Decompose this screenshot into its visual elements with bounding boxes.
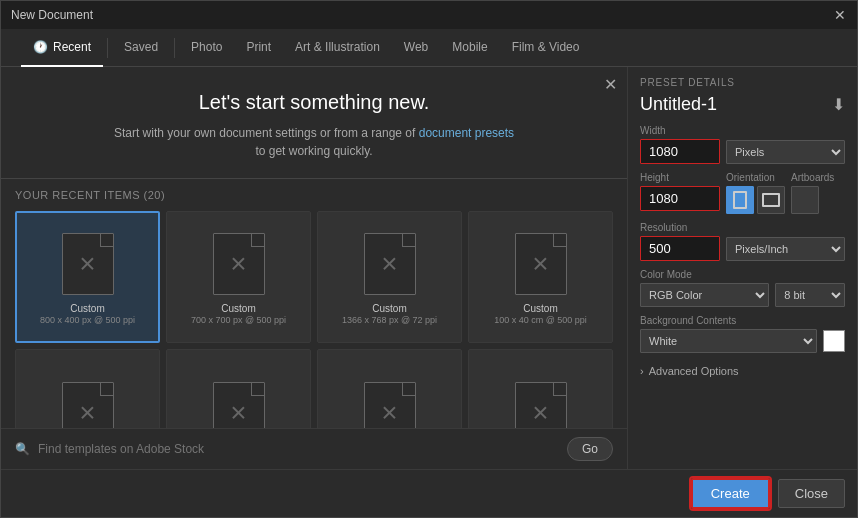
main-content: ✕ Let's start something new. Start with … bbox=[1, 67, 857, 469]
bg-color-swatch[interactable] bbox=[823, 330, 845, 352]
bit-depth-select[interactable]: 8 bit 16 bit 32 bit bbox=[775, 283, 845, 307]
window-close-button[interactable]: ✕ bbox=[833, 8, 847, 22]
recent-item-2[interactable]: Custom 1366 x 768 px @ 72 ppi bbox=[317, 211, 462, 343]
recent-item-1[interactable]: Custom 700 x 700 px @ 500 ppi bbox=[166, 211, 311, 343]
tab-saved[interactable]: Saved bbox=[112, 29, 170, 67]
recent-item-5[interactable] bbox=[166, 349, 311, 428]
bg-contents-row: White Black Transparent bbox=[640, 329, 845, 353]
recent-section: YOUR RECENT ITEMS (20) Custom 800 x 400 … bbox=[1, 179, 627, 428]
doc-icon-7 bbox=[515, 382, 567, 428]
tab-recent-label: Recent bbox=[53, 40, 91, 54]
close-dialog-button[interactable]: Close bbox=[778, 479, 845, 508]
welcome-section: ✕ Let's start something new. Start with … bbox=[1, 67, 627, 179]
doc-icon-1 bbox=[213, 233, 265, 295]
tab-photo[interactable]: Photo bbox=[179, 29, 234, 67]
welcome-subtitle-before: Start with your own document settings or… bbox=[114, 126, 419, 140]
resolution-group: Resolution Pixels/Inch Pixels/cm bbox=[640, 222, 845, 261]
advanced-options-row[interactable]: › Advanced Options bbox=[640, 361, 845, 381]
color-mode-group: Color Mode RGB Color CMYK Color Grayscal… bbox=[640, 269, 845, 307]
recent-item-0[interactable]: Custom 800 x 400 px @ 500 ppi bbox=[15, 211, 160, 343]
orientation-buttons bbox=[726, 186, 785, 214]
search-input[interactable] bbox=[38, 442, 559, 456]
doc-icon-4 bbox=[62, 382, 114, 428]
tab-divider-2 bbox=[174, 38, 175, 58]
recent-item-6[interactable] bbox=[317, 349, 462, 428]
recent-sublabel-3: 100 x 40 cm @ 500 ppi bbox=[494, 315, 587, 325]
recent-item-4[interactable] bbox=[15, 349, 160, 428]
tab-film[interactable]: Film & Video bbox=[500, 29, 592, 67]
doc-icon-2 bbox=[364, 233, 416, 295]
resolution-row: Pixels/Inch Pixels/cm bbox=[640, 236, 845, 261]
width-label: Width bbox=[640, 125, 845, 136]
portrait-icon bbox=[733, 191, 747, 209]
welcome-subtitle: Start with your own document settings or… bbox=[21, 124, 607, 160]
width-group: Width Pixels Inches cm bbox=[640, 125, 845, 164]
doc-icon-6 bbox=[364, 382, 416, 428]
doc-icon-3 bbox=[515, 233, 567, 295]
recent-grid: Custom 800 x 400 px @ 500 ppi Custom 700… bbox=[15, 211, 613, 428]
recent-item-7[interactable] bbox=[468, 349, 613, 428]
recent-label-3: Custom bbox=[523, 303, 557, 314]
right-panel: PRESET DETAILS Untitled-1 ⬇ Width Pixels… bbox=[627, 67, 857, 469]
recent-sublabel-2: 1366 x 768 px @ 72 ppi bbox=[342, 315, 437, 325]
go-button[interactable]: Go bbox=[567, 437, 613, 461]
recent-label-1: Custom bbox=[221, 303, 255, 314]
welcome-subtitle-after: to get working quickly. bbox=[255, 144, 372, 158]
tab-art[interactable]: Art & Illustration bbox=[283, 29, 392, 67]
clock-icon: 🕐 bbox=[33, 40, 48, 54]
resolution-input[interactable] bbox=[640, 236, 720, 261]
artboards-group: Artboards bbox=[791, 172, 834, 214]
tab-mobile[interactable]: Mobile bbox=[440, 29, 499, 67]
unit-select[interactable]: Pixels Inches cm bbox=[726, 140, 845, 164]
document-presets-link[interactable]: document presets bbox=[419, 126, 514, 140]
preset-section-label: PRESET DETAILS bbox=[640, 77, 845, 88]
tab-divider-1 bbox=[107, 38, 108, 58]
tab-film-label: Film & Video bbox=[512, 40, 580, 54]
artboards-checkbox[interactable] bbox=[791, 186, 819, 214]
dialog-title: New Document bbox=[11, 8, 93, 22]
preset-title: Untitled-1 bbox=[640, 94, 717, 115]
artboards-label: Artboards bbox=[791, 172, 834, 183]
landscape-button[interactable] bbox=[757, 186, 785, 214]
welcome-close-button[interactable]: ✕ bbox=[604, 75, 617, 94]
resolution-unit-select[interactable]: Pixels/Inch Pixels/cm bbox=[726, 237, 845, 261]
title-bar: New Document ✕ bbox=[1, 1, 857, 29]
save-preset-icon[interactable]: ⬇ bbox=[832, 95, 845, 114]
welcome-title: Let's start something new. bbox=[21, 91, 607, 114]
left-panel: ✕ Let's start something new. Start with … bbox=[1, 67, 627, 469]
recent-label-2: Custom bbox=[372, 303, 406, 314]
tab-recent[interactable]: 🕐 Recent bbox=[21, 29, 103, 67]
tab-print-label: Print bbox=[246, 40, 271, 54]
tab-print[interactable]: Print bbox=[234, 29, 283, 67]
bg-contents-label: Background Contents bbox=[640, 315, 845, 326]
portrait-button[interactable] bbox=[726, 186, 754, 214]
height-input[interactable] bbox=[640, 186, 720, 211]
create-button[interactable]: Create bbox=[691, 478, 770, 509]
color-mode-select[interactable]: RGB Color CMYK Color Grayscale bbox=[640, 283, 769, 307]
resolution-label: Resolution bbox=[640, 222, 845, 233]
doc-icon-5 bbox=[213, 382, 265, 428]
new-document-dialog: New Document ✕ 🕐 Recent Saved Photo Prin… bbox=[0, 0, 858, 518]
landscape-icon bbox=[762, 193, 780, 207]
tab-web[interactable]: Web bbox=[392, 29, 440, 67]
recent-sublabel-0: 800 x 400 px @ 500 ppi bbox=[40, 315, 135, 325]
tab-mobile-label: Mobile bbox=[452, 40, 487, 54]
bg-contents-select[interactable]: White Black Transparent bbox=[640, 329, 817, 353]
recent-header: YOUR RECENT ITEMS (20) bbox=[15, 189, 613, 201]
color-mode-label: Color Mode bbox=[640, 269, 845, 280]
advanced-options-label: Advanced Options bbox=[649, 365, 739, 377]
orientation-group: Orientation bbox=[726, 172, 785, 214]
recent-item-3[interactable]: Custom 100 x 40 cm @ 500 ppi bbox=[468, 211, 613, 343]
height-orient-row: Height Orientation Artboards bbox=[640, 172, 845, 214]
recent-sublabel-1: 700 x 700 px @ 500 ppi bbox=[191, 315, 286, 325]
height-group: Height bbox=[640, 172, 720, 214]
tab-art-label: Art & Illustration bbox=[295, 40, 380, 54]
search-bar: 🔍 Go bbox=[1, 428, 627, 469]
recent-label-0: Custom bbox=[70, 303, 104, 314]
width-input[interactable] bbox=[640, 139, 720, 164]
preset-title-row: Untitled-1 ⬇ bbox=[640, 94, 845, 115]
doc-icon-0 bbox=[62, 233, 114, 295]
chevron-right-icon: › bbox=[640, 365, 644, 377]
tabs-bar: 🕐 Recent Saved Photo Print Art & Illustr… bbox=[1, 29, 857, 67]
bg-contents-group: Background Contents White Black Transpar… bbox=[640, 315, 845, 353]
